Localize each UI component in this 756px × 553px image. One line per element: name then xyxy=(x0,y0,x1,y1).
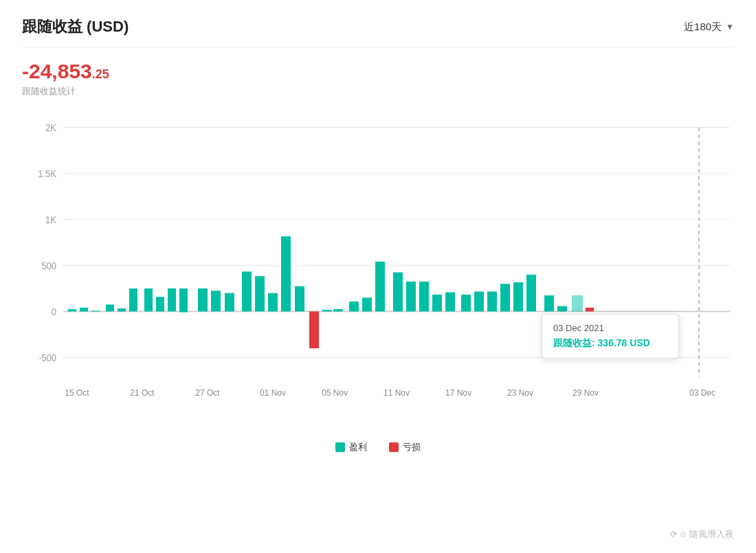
svg-text:17 Nov: 17 Nov xyxy=(445,387,472,398)
svg-rect-41 xyxy=(432,295,442,312)
svg-rect-44 xyxy=(474,291,484,311)
svg-rect-36 xyxy=(362,297,372,311)
svg-text:1K: 1K xyxy=(45,214,57,225)
svg-text:23 Nov: 23 Nov xyxy=(507,387,534,398)
svg-text:0: 0 xyxy=(52,306,57,317)
svg-rect-15 xyxy=(80,308,88,312)
chart-area: 2K 1.5K 1K 500 0 -500 xyxy=(22,104,734,434)
stats-label: 跟随收益统计 xyxy=(22,85,734,98)
tooltip-value: 跟随收益: 336.78 USD xyxy=(553,337,667,350)
svg-rect-33 xyxy=(322,310,332,311)
svg-rect-29 xyxy=(268,293,278,312)
stats-value: -24,853.25 xyxy=(22,60,734,82)
svg-rect-21 xyxy=(156,297,164,311)
watermark-text: ⟳ ⊙ 隨風潛入夜 xyxy=(670,528,734,541)
svg-rect-49 xyxy=(544,295,554,311)
loss-color-box xyxy=(389,442,399,452)
period-arrow-icon: ▼ xyxy=(726,22,734,32)
svg-rect-31 xyxy=(295,286,304,312)
svg-text:27 Oct: 27 Oct xyxy=(195,387,220,398)
svg-rect-46 xyxy=(500,284,510,311)
svg-rect-40 xyxy=(419,282,429,312)
svg-rect-28 xyxy=(255,276,265,311)
svg-rect-26 xyxy=(225,293,234,312)
svg-rect-32 xyxy=(309,311,319,348)
legend-loss: 亏损 xyxy=(389,441,421,453)
page-title: 跟随收益 (USD) xyxy=(22,16,129,37)
svg-text:500: 500 xyxy=(41,260,56,271)
svg-rect-18 xyxy=(118,308,126,311)
svg-text:15 Oct: 15 Oct xyxy=(65,387,89,398)
svg-rect-25 xyxy=(211,291,221,311)
svg-text:03 Dec: 03 Dec xyxy=(689,387,716,398)
svg-text:29 Nov: 29 Nov xyxy=(572,387,599,398)
svg-rect-35 xyxy=(349,302,359,312)
svg-rect-50 xyxy=(557,306,567,312)
stats-section: -24,853.25 跟随收益统计 xyxy=(22,60,734,98)
loss-label: 亏损 xyxy=(403,441,421,453)
chart-legend: 盈利 亏损 xyxy=(22,441,734,453)
svg-rect-47 xyxy=(513,282,523,311)
tooltip-amount: 336.78 USD xyxy=(598,337,650,348)
stats-decimal: .25 xyxy=(92,67,109,81)
svg-rect-22 xyxy=(168,289,176,311)
svg-rect-34 xyxy=(333,309,343,311)
svg-rect-24 xyxy=(198,289,208,311)
period-label: 近180天 xyxy=(684,21,722,34)
period-selector[interactable]: 近180天 ▼ xyxy=(684,21,734,34)
page-header: 跟随收益 (USD) 近180天 ▼ xyxy=(22,16,734,47)
svg-rect-30 xyxy=(281,236,291,311)
svg-text:-500: -500 xyxy=(38,352,56,363)
svg-rect-52 xyxy=(586,308,594,312)
svg-rect-16 xyxy=(91,311,100,311)
svg-rect-19 xyxy=(129,289,137,311)
profit-label: 盈利 xyxy=(349,441,367,453)
svg-text:11 Nov: 11 Nov xyxy=(383,387,410,398)
svg-rect-37 xyxy=(375,262,385,312)
page-container: 跟随收益 (USD) 近180天 ▼ -24,853.25 跟随收益统计 2K … xyxy=(0,0,756,553)
svg-rect-51 xyxy=(572,295,583,311)
svg-text:1.5K: 1.5K xyxy=(38,168,56,179)
svg-rect-48 xyxy=(526,275,536,312)
stats-main: -24,853 xyxy=(22,60,92,82)
svg-rect-45 xyxy=(487,291,497,311)
svg-text:01 Nov: 01 Nov xyxy=(260,387,287,398)
svg-rect-20 xyxy=(144,289,153,311)
svg-text:2K: 2K xyxy=(45,122,57,133)
svg-rect-17 xyxy=(106,304,114,311)
svg-text:21 Oct: 21 Oct xyxy=(130,387,155,398)
svg-rect-27 xyxy=(242,271,252,311)
svg-rect-14 xyxy=(68,309,76,311)
chart-tooltip: 03 Dec 2021 跟随收益: 336.78 USD xyxy=(542,314,679,359)
watermark: ⟳ ⊙ 隨風潛入夜 xyxy=(670,528,734,541)
legend-profit: 盈利 xyxy=(335,441,367,453)
svg-rect-38 xyxy=(393,272,403,311)
svg-rect-42 xyxy=(445,292,455,311)
tooltip-date: 03 Dec 2021 xyxy=(553,323,667,333)
svg-text:05 Nov: 05 Nov xyxy=(322,387,348,398)
svg-rect-39 xyxy=(406,282,416,312)
svg-rect-43 xyxy=(461,295,471,312)
svg-rect-23 xyxy=(179,289,188,313)
profit-color-box xyxy=(335,442,345,452)
tooltip-label: 跟随收益: xyxy=(553,337,595,348)
chart-svg: 2K 1.5K 1K 500 0 -500 xyxy=(22,104,734,434)
